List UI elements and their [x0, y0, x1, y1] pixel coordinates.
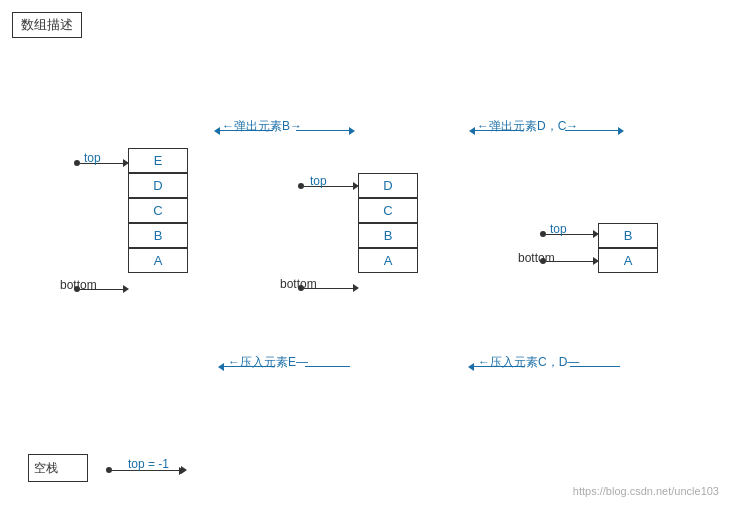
stack3-top-label: top — [550, 222, 567, 236]
push-cd-label: ←压入元素C，D— — [478, 354, 579, 371]
push-e-arrow-left — [218, 363, 224, 371]
stack2: D C B A — [358, 173, 418, 273]
push-e-label: ←压入元素E— — [228, 354, 308, 371]
stack1-cell-b: B — [128, 223, 188, 248]
stack1: E D C B A — [128, 148, 188, 273]
stack3-bottom-label: bottom — [518, 251, 555, 265]
watermark: https://blog.csdn.net/uncle103 — [573, 485, 719, 497]
pop-b-arrow-right — [349, 127, 355, 135]
stack2-bottom-label: bottom — [280, 277, 317, 291]
pop-b-label: ←弹出元素B→ — [222, 118, 302, 135]
title-box: 数组描述 — [12, 12, 82, 38]
push-e-line-right — [305, 366, 350, 367]
stack1-cell-e: E — [128, 148, 188, 173]
stack1-bottom-label: bottom — [60, 278, 97, 292]
stack2-cell-c: C — [358, 198, 418, 223]
pop-dc-line-right — [565, 130, 620, 131]
stack1-cell-a: A — [128, 248, 188, 273]
pop-b-line-right — [296, 130, 351, 131]
stack3-cell-b: B — [598, 223, 658, 248]
stack1-cell-c: C — [128, 198, 188, 223]
page-container: 数组描述 E D C B A top bottom ←弹出元素B→ D C B … — [0, 0, 729, 505]
pop-b-arrow-left — [214, 127, 220, 135]
stack2-cell-a: A — [358, 248, 418, 273]
stack3-cell-a: A — [598, 248, 658, 273]
pop-dc-arrow-left — [469, 127, 475, 135]
stack1-cell-d: D — [128, 173, 188, 198]
empty-stack-label: 空栈 — [34, 460, 58, 477]
stack2-cell-d: D — [358, 173, 418, 198]
stack3: B A — [598, 223, 658, 273]
stack2-cell-b: B — [358, 223, 418, 248]
top-eq-label: top = -1 — [128, 457, 169, 471]
empty-top-arrowhead — [179, 467, 185, 475]
stack1-top-label: top — [84, 151, 101, 165]
pop-dc-label: ←弹出元素D，C→ — [477, 118, 578, 135]
push-cd-line-right — [570, 366, 620, 367]
stack2-top-label: top — [310, 174, 327, 188]
title-text: 数组描述 — [21, 17, 73, 32]
pop-dc-arrow-right — [618, 127, 624, 135]
push-cd-arrow-left — [468, 363, 474, 371]
